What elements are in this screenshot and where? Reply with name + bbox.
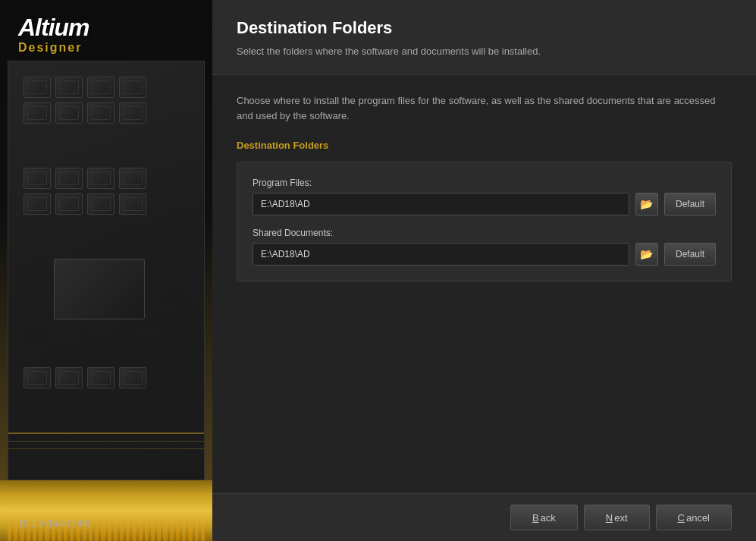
- shared-docs-input[interactable]: [253, 243, 629, 266]
- body-description: Choose where to install the program file…: [237, 93, 732, 125]
- folder-icon: 📂: [640, 198, 653, 210]
- footer-section: Back Next Cancel: [212, 493, 756, 541]
- shared-docs-input-row: 📂 Default: [253, 243, 716, 266]
- shared-docs-default-button[interactable]: Default: [664, 243, 716, 266]
- sidebar-version: 18.1.9 (Build 240): [0, 506, 212, 541]
- sidebar-logo: Altium Designer: [0, 0, 212, 70]
- btn-underline-0: B: [532, 512, 539, 524]
- next-button[interactable]: Next: [584, 505, 650, 530]
- pcb-art: [8, 61, 205, 480]
- program-files-row: Program Files: 📂 Default: [253, 178, 716, 215]
- cancel-button[interactable]: Cancel: [656, 505, 732, 530]
- program-files-label: Program Files:: [253, 178, 716, 188]
- folder-icon-2: 📂: [640, 248, 653, 260]
- main-content: Destination Folders Select the folders w…: [212, 0, 756, 541]
- program-files-browse-button[interactable]: 📂: [635, 193, 658, 215]
- section-label: Destination Folders: [237, 140, 732, 151]
- body-section: Choose where to install the program file…: [212, 75, 756, 494]
- program-files-input-row: 📂 Default: [253, 193, 716, 215]
- back-button[interactable]: Back: [510, 505, 578, 530]
- page-subtitle: Select the folders where the software an…: [237, 44, 732, 59]
- program-files-input[interactable]: [253, 193, 629, 215]
- logo-designer: Designer: [18, 41, 194, 55]
- shared-docs-label: Shared Documents:: [253, 228, 716, 238]
- sidebar: Altium Designer 18.1.9 (Build 240): [0, 0, 212, 541]
- shared-docs-browse-button[interactable]: 📂: [635, 243, 658, 266]
- header-section: Destination Folders Select the folders w…: [212, 0, 756, 75]
- folders-box: Program Files: 📂 Default Shared Document…: [237, 162, 732, 282]
- shared-docs-row: Shared Documents: 📂 Default: [253, 228, 716, 266]
- logo-altium: Altium: [18, 15, 194, 39]
- btn-underline-1: N: [606, 512, 613, 524]
- btn-underline-2: C: [678, 512, 685, 524]
- page-title: Destination Folders: [237, 18, 732, 38]
- program-files-default-button[interactable]: Default: [664, 193, 716, 215]
